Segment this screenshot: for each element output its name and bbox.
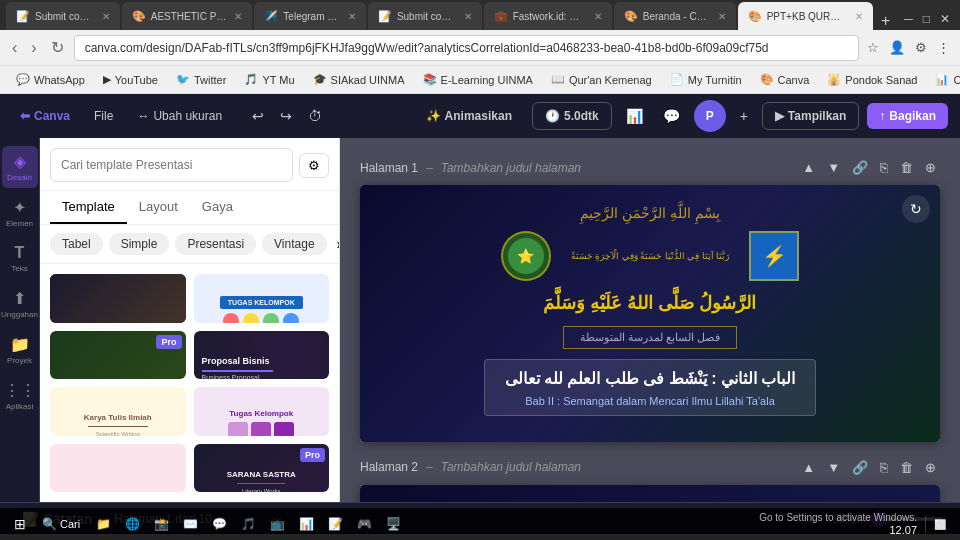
undo-button[interactable]: ↩	[246, 104, 270, 128]
panel-btn-text[interactable]: T Teks	[2, 238, 38, 279]
extensions-icon[interactable]: ⚙	[913, 38, 929, 57]
show-desktop-button[interactable]: ⬜	[925, 515, 952, 534]
share-button[interactable]: ↑ Bagikan	[867, 103, 948, 129]
bookmark-whatsapp[interactable]: 💬WhatsApp	[8, 71, 93, 88]
panel-btn-project[interactable]: 📁 Proyek	[2, 329, 38, 371]
template-card-pitch[interactable]: PITCH WEEK Presentation Template	[50, 444, 186, 493]
tab-close-5[interactable]: ✕	[594, 11, 602, 22]
new-tab-button[interactable]: +	[875, 12, 896, 30]
taskbar-app-9[interactable]: 📝	[322, 513, 349, 535]
present-button[interactable]: ▶ Tampilkan	[762, 102, 859, 130]
comments-button[interactable]: 💬	[657, 104, 686, 128]
browser-tab-7[interactable]: 🎨 PPT+KB QURDITS P1 ✕	[738, 2, 873, 30]
slide-2-copy[interactable]: ⎘	[876, 458, 892, 477]
panel-btn-apps[interactable]: ⋮⋮ Aplikasi	[2, 375, 38, 417]
taskbar-app-7[interactable]: 📺	[264, 513, 291, 535]
search-taskbar-button[interactable]: 🔍 Cari	[36, 513, 86, 535]
panel-btn-upload[interactable]: ⬆ Unggahan	[2, 283, 38, 325]
taskbar-app-5[interactable]: 💬	[206, 513, 233, 535]
forward-button[interactable]: ›	[27, 37, 40, 59]
slide-1-chevron-up[interactable]: ▲	[798, 158, 819, 177]
taskbar-app-10[interactable]: 🎮	[351, 513, 378, 535]
canva-back-button[interactable]: ⬅ ← Beranda Canva	[12, 105, 78, 127]
template-card-proposal[interactable]: Proposal Bisnis Business Proposal	[194, 331, 330, 380]
tab-close-3[interactable]: ✕	[348, 11, 356, 22]
maximize-button[interactable]: □	[919, 12, 934, 26]
template-card-karya[interactable]: Karya Tulis Ilmiah Scientific Writing	[50, 387, 186, 436]
animate-button[interactable]: ✨ Animasikan	[414, 103, 524, 129]
slide-2-frame[interactable]: ﷽ ☽ ...	[360, 485, 940, 502]
template-card-laporan[interactable]: LAPORAN TAHUNAN PERUSAHAAN Pro	[50, 331, 186, 380]
user-avatar[interactable]: P	[694, 100, 726, 132]
windows-start-button[interactable]: ⊞	[8, 512, 32, 536]
tab-close-6[interactable]: ✕	[718, 11, 726, 22]
bookmark-turnitin[interactable]: 📄My Turnitin	[662, 71, 750, 88]
taskbar-app-3[interactable]: 📸	[148, 513, 175, 535]
timer-button[interactable]: ⏱	[302, 104, 328, 128]
resize-button[interactable]: ↔ Ubah ukuran	[129, 105, 230, 127]
taskbar-app-2[interactable]: 🌐	[119, 513, 146, 535]
bookmark-twitter[interactable]: 🐦Twitter	[168, 71, 234, 88]
slide-1-delete[interactable]: 🗑	[896, 158, 917, 177]
template-card-cowork[interactable]: COWORKING HUSTLE LOFT	[50, 274, 186, 323]
tab-close-7[interactable]: ✕	[855, 11, 863, 22]
template-card-kelompok[interactable]: Tugas Kelompok	[194, 387, 330, 436]
browser-tab-2[interactable]: 🎨 AESTHETIC POST... ✕	[122, 2, 253, 30]
template-card-sarana[interactable]: SARANA SASTRA Literary Works Pro	[194, 444, 330, 493]
bookmark-elearning[interactable]: 📚E-Learning UINMA	[415, 71, 541, 88]
close-window-button[interactable]: ✕	[936, 12, 954, 26]
cat-tabel[interactable]: Tabel	[50, 233, 103, 255]
browser-tab-4[interactable]: 📝 Submit content ✕	[368, 2, 482, 30]
redo-button[interactable]: ↪	[274, 104, 298, 128]
tab-close-2[interactable]: ✕	[234, 11, 242, 22]
slide-1-more[interactable]: ⊕	[921, 158, 940, 177]
tab-close-4[interactable]: ✕	[464, 11, 472, 22]
add-collaborator-button[interactable]: +	[734, 104, 754, 128]
bookmark-pondok[interactable]: 🕌Pondok Sanad	[819, 71, 925, 88]
more-options-icon[interactable]: ⋮	[935, 38, 952, 57]
file-menu-button[interactable]: File	[86, 105, 121, 127]
tab-template[interactable]: Template	[50, 191, 127, 224]
panel-btn-design[interactable]: ◈ Desain	[2, 146, 38, 188]
taskbar-app-6[interactable]: 🎵	[235, 513, 262, 535]
browser-tab-5[interactable]: 💼 Fastwork.id: Situ... ✕	[484, 2, 612, 30]
slide-2-chevron-up[interactable]: ▲	[798, 458, 819, 477]
taskbar-app-8[interactable]: 📊	[293, 513, 320, 535]
template-card-tugas[interactable]: TUGAS KELOMPOK	[194, 274, 330, 323]
slide-1-refresh-button[interactable]: ↻	[902, 195, 930, 223]
timer-display-button[interactable]: 🕐 5.0dtk	[532, 102, 612, 130]
taskbar-app-4[interactable]: ✉️	[177, 513, 204, 535]
browser-tab-6[interactable]: 🎨 Beranda - Canva ✕	[614, 2, 736, 30]
slide-2-title-hint[interactable]: Tambahkan judul halaman	[441, 460, 581, 474]
bookmark-icon[interactable]: ☆	[865, 38, 881, 57]
slide-2-chevron-down[interactable]: ▼	[823, 458, 844, 477]
bookmark-canva[interactable]: 🎨Canva	[752, 71, 818, 88]
tab-layout[interactable]: Layout	[127, 191, 190, 224]
slide-1-frame[interactable]: ↻ بِسْمِ اللَّهِ الرَّحْمَنِ الرَّحِيمِ …	[360, 185, 940, 442]
cat-presentasi[interactable]: Presentasi	[175, 233, 256, 255]
tab-gaya[interactable]: Gaya	[190, 191, 245, 224]
canvas-area[interactable]: Halaman 1 – Tambahkan judul halaman ▲ ▼ …	[340, 138, 960, 502]
cat-vintage[interactable]: Vintage	[262, 233, 326, 255]
taskbar-app-1[interactable]: 📁	[90, 513, 117, 535]
slide-1-chevron-down[interactable]: ▼	[823, 158, 844, 177]
template-search-input[interactable]	[50, 148, 293, 182]
slide-1-title-hint[interactable]: Tambahkan judul halaman	[441, 161, 581, 175]
back-button[interactable]: ‹	[8, 37, 21, 59]
slide-2-delete[interactable]: 🗑	[896, 458, 917, 477]
bookmark-quran[interactable]: 📖Qur'an Kemenag	[543, 71, 660, 88]
minimize-button[interactable]: ─	[900, 12, 917, 26]
slide-1-copy-link[interactable]: 🔗	[848, 158, 872, 177]
reload-button[interactable]: ↻	[47, 36, 68, 59]
analytics-button[interactable]: 📊	[620, 104, 649, 128]
category-more-button[interactable]: ›	[333, 233, 339, 255]
address-input[interactable]	[74, 35, 859, 61]
filter-button[interactable]: ⚙	[299, 153, 329, 178]
browser-tab-3[interactable]: ✈️ Telegram Web ✕	[254, 2, 366, 30]
bookmark-contributor[interactable]: 📊Contributor Dashb...	[927, 71, 960, 88]
panel-btn-elements[interactable]: ✦ Elemen	[2, 192, 38, 234]
profile-icon[interactable]: 👤	[887, 38, 907, 57]
slide-2-copy-link[interactable]: 🔗	[848, 458, 872, 477]
browser-tab-1[interactable]: 📝 Submit content ✕	[6, 2, 120, 30]
slide-1-copy[interactable]: ⎘	[876, 158, 892, 177]
